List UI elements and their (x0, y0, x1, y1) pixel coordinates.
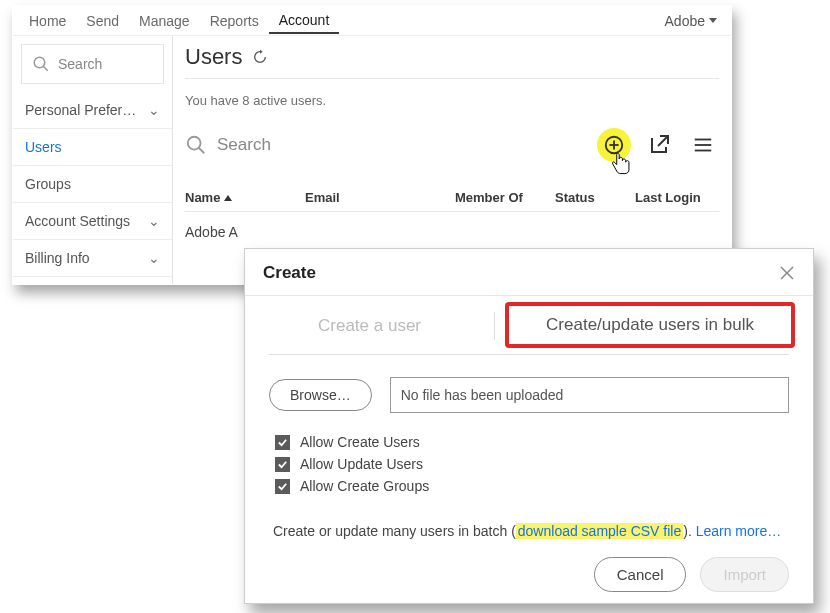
page-title: Users (185, 44, 242, 70)
sidebar-item-label: Account Settings (25, 213, 130, 229)
svg-point-2 (188, 137, 201, 150)
sidebar-item-label: Personal Prefer… (25, 102, 136, 118)
users-search-placeholder: Search (217, 135, 271, 155)
users-search[interactable]: Search (185, 134, 585, 156)
checkbox-checked-icon (275, 479, 290, 494)
active-users-hint: You have 8 active users. (185, 93, 719, 108)
svg-point-0 (34, 57, 45, 68)
checkbox-checked-icon (275, 457, 290, 472)
tab-bulk-highlight: Create/update users in bulk (505, 302, 795, 348)
check-allow-update-users[interactable]: Allow Update Users (275, 453, 783, 475)
refresh-icon[interactable] (252, 49, 268, 65)
export-icon (647, 133, 671, 157)
sidebar-search[interactable]: Search (21, 44, 164, 84)
check-label: Allow Create Users (300, 434, 420, 450)
cancel-button[interactable]: Cancel (594, 557, 687, 592)
sort-asc-icon (224, 195, 232, 201)
content-area: Users You have 8 active users. Search (173, 36, 731, 284)
sidebar-item-preferences[interactable]: Personal Prefer… ⌄ (13, 92, 172, 129)
check-allow-create-groups[interactable]: Allow Create Groups (275, 475, 783, 497)
file-status-box: No file has been uploaded (390, 377, 789, 413)
export-button[interactable] (643, 129, 675, 161)
users-table-header: Name Email Member Of Status Last Login (185, 190, 719, 212)
import-button[interactable]: Import (700, 557, 789, 592)
create-modal: Create Create a user Create/update users… (244, 248, 814, 604)
check-label: Allow Create Groups (300, 478, 429, 494)
cell-name: Adobe A (185, 224, 238, 240)
close-icon (779, 265, 795, 281)
close-button[interactable] (779, 265, 795, 281)
search-icon (185, 134, 207, 156)
browse-button[interactable]: Browse… (269, 379, 372, 411)
chevron-down-icon: ⌄ (148, 213, 160, 229)
nav-home[interactable]: Home (19, 9, 76, 33)
sidebar-item-users[interactable]: Users (13, 129, 172, 166)
col-last-login[interactable]: Last Login (635, 190, 715, 205)
sidebar-search-placeholder: Search (58, 56, 102, 72)
options-checklist: Allow Create Users Allow Update Users Al… (245, 421, 813, 507)
col-member-of[interactable]: Member Of (455, 190, 555, 205)
add-user-button[interactable] (597, 128, 631, 162)
col-email[interactable]: Email (305, 190, 455, 205)
bulk-info-text: Create or update many users in batch (do… (245, 507, 813, 547)
svg-line-1 (43, 66, 48, 71)
sidebar: Search Personal Prefer… ⌄ Users Groups A… (13, 36, 173, 284)
chevron-down-icon: ⌄ (148, 250, 160, 266)
nav-manage[interactable]: Manage (129, 9, 200, 33)
learn-more-link[interactable]: Learn more… (696, 523, 782, 539)
sidebar-item-label: Groups (25, 176, 71, 192)
sidebar-item-billing[interactable]: Billing Info ⌄ (13, 240, 172, 277)
modal-tabs: Create a user Create/update users in bul… (245, 296, 813, 350)
chevron-down-icon (709, 18, 717, 23)
menu-button[interactable] (687, 129, 719, 161)
main-panel: Home Send Manage Reports Account Adobe S… (12, 5, 732, 285)
check-label: Allow Update Users (300, 456, 423, 472)
col-name[interactable]: Name (185, 190, 305, 205)
sidebar-item-label: Users (25, 139, 62, 155)
search-icon (32, 55, 50, 73)
modal-title: Create (263, 263, 316, 283)
plus-circle-icon (603, 134, 625, 156)
page-title-row: Users (185, 44, 719, 70)
nav-account[interactable]: Account (269, 8, 340, 34)
chevron-down-icon: ⌄ (148, 102, 160, 118)
col-status[interactable]: Status (555, 190, 635, 205)
sidebar-item-groups[interactable]: Groups (13, 166, 172, 203)
nav-send[interactable]: Send (76, 9, 129, 33)
brand-label: Adobe (665, 13, 705, 29)
svg-line-3 (199, 148, 205, 154)
check-allow-create-users[interactable]: Allow Create Users (275, 431, 783, 453)
sidebar-item-account-settings[interactable]: Account Settings ⌄ (13, 203, 172, 240)
nav-reports[interactable]: Reports (200, 9, 269, 33)
brand-menu[interactable]: Adobe (657, 13, 725, 29)
table-row[interactable]: Adobe A (185, 212, 719, 240)
tab-create-user[interactable]: Create a user (245, 306, 494, 346)
checkbox-checked-icon (275, 435, 290, 450)
sidebar-item-label: Billing Info (25, 250, 90, 266)
svg-line-7 (658, 136, 668, 146)
download-sample-link[interactable]: download sample CSV file (516, 523, 683, 539)
tab-bulk-users[interactable]: Create/update users in bulk (546, 315, 754, 335)
users-toolbar: Search (185, 128, 719, 162)
hamburger-icon (692, 134, 714, 156)
top-nav: Home Send Manage Reports Account Adobe (13, 6, 731, 36)
